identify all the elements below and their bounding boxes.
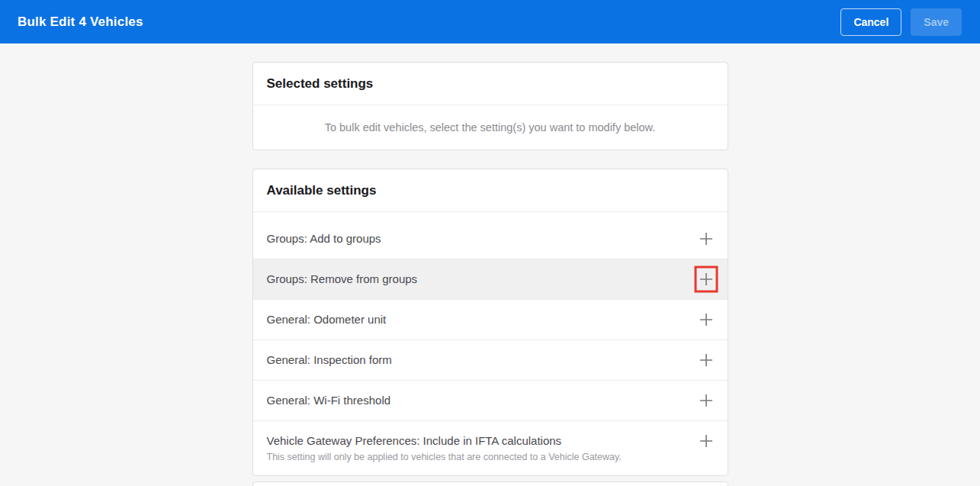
available-settings-title: Available settings <box>267 183 377 198</box>
plus-icon <box>699 394 713 407</box>
header-actions: Cancel Save <box>840 8 962 36</box>
setting-label: Vehicle Gateway Preferences: Include in … <box>267 433 622 449</box>
plus-icon <box>699 353 713 367</box>
plus-icon <box>699 434 713 448</box>
setting-row-ifta-calculations: Vehicle Gateway Preferences: Include in … <box>253 420 728 475</box>
selected-settings-header: Selected settings <box>253 63 728 105</box>
setting-row-inspection-form: General: Inspection form <box>253 340 728 380</box>
available-settings-header: Available settings <box>253 169 728 212</box>
add-setting-button[interactable] <box>699 311 714 328</box>
app-header: Bulk Edit 4 Vehicles Cancel Save <box>0 0 980 43</box>
selected-settings-title: Selected settings <box>267 76 374 92</box>
setting-label: General: Inspection form <box>267 352 392 369</box>
setting-sublabel: This setting will only be applied to veh… <box>267 450 622 464</box>
add-setting-button[interactable] <box>699 230 714 247</box>
setting-row-groups-remove: Groups: Remove from groups <box>253 259 728 299</box>
setting-row-groups-add: Groups: Add to groups <box>253 212 728 259</box>
add-setting-button[interactable] <box>699 352 714 369</box>
main-content: Selected settings To bulk edit vehicles,… <box>0 43 980 486</box>
cancel-button[interactable]: Cancel <box>840 8 901 36</box>
plus-icon <box>699 232 713 246</box>
add-setting-button[interactable] <box>699 433 714 449</box>
plus-icon <box>699 313 713 327</box>
setting-label: General: Odometer unit <box>267 311 387 328</box>
available-settings-card: Available settings Groups: Add to groups… <box>252 169 728 476</box>
setting-label-group: Vehicle Gateway Preferences: Include in … <box>267 433 622 464</box>
selected-settings-empty-state: To bulk edit vehicles, select the settin… <box>253 105 728 150</box>
setting-row-wifi-threshold: General: Wi-Fi threshold <box>253 380 728 420</box>
add-setting-button[interactable] <box>699 392 714 409</box>
empty-state-message: To bulk edit vehicles, select the settin… <box>325 121 656 134</box>
plus-icon <box>699 272 713 286</box>
page-title: Bulk Edit 4 Vehicles <box>18 14 143 30</box>
setting-row-odometer-unit: General: Odometer unit <box>253 299 728 340</box>
setting-label: Groups: Remove from groups <box>267 271 418 288</box>
setting-label: Groups: Add to groups <box>267 230 381 247</box>
next-card-partial <box>252 481 728 486</box>
save-button[interactable]: Save <box>911 8 962 36</box>
setting-label: General: Wi-Fi threshold <box>267 392 391 409</box>
selected-settings-card: Selected settings To bulk edit vehicles,… <box>252 62 728 150</box>
add-setting-button[interactable] <box>699 271 714 288</box>
